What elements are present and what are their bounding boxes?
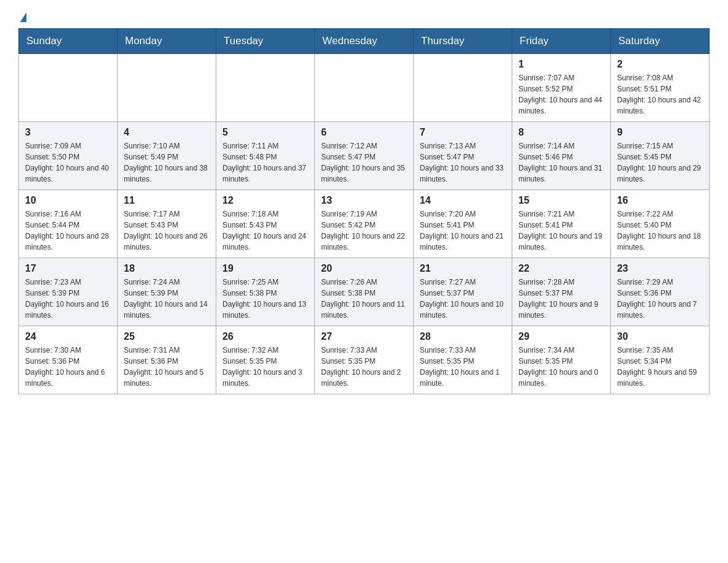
calendar-cell: 13Sunrise: 7:19 AM Sunset: 5:42 PM Dayli…: [315, 190, 414, 258]
day-info: Sunrise: 7:16 AM Sunset: 5:44 PM Dayligh…: [25, 209, 111, 253]
calendar-cell: 16Sunrise: 7:22 AM Sunset: 5:40 PM Dayli…: [611, 190, 710, 258]
day-number: 26: [222, 331, 308, 342]
logo-triangle-icon: [20, 12, 26, 22]
day-number: 1: [518, 59, 604, 70]
day-info: Sunrise: 7:33 AM Sunset: 5:35 PM Dayligh…: [321, 345, 407, 389]
calendar-cell: [315, 54, 414, 122]
day-info: Sunrise: 7:09 AM Sunset: 5:50 PM Dayligh…: [25, 140, 111, 185]
day-number: 4: [124, 127, 210, 138]
calendar-cell: [414, 54, 512, 122]
day-number: 11: [124, 195, 210, 206]
calendar-cell: [118, 54, 216, 122]
day-info: Sunrise: 7:28 AM Sunset: 5:37 PM Dayligh…: [518, 277, 604, 321]
day-number: 24: [25, 331, 111, 342]
day-number: 8: [518, 127, 604, 138]
day-info: Sunrise: 7:23 AM Sunset: 5:39 PM Dayligh…: [25, 277, 111, 321]
day-number: 16: [617, 195, 703, 206]
weekday-header-thursday: Thursday: [414, 29, 512, 54]
day-number: 18: [124, 263, 210, 274]
day-info: Sunrise: 7:07 AM Sunset: 5:52 PM Dayligh…: [518, 72, 604, 117]
day-number: 10: [25, 195, 111, 206]
calendar-cell: 6Sunrise: 7:12 AM Sunset: 5:47 PM Daylig…: [315, 122, 414, 190]
day-info: Sunrise: 7:08 AM Sunset: 5:51 PM Dayligh…: [617, 72, 703, 117]
day-number: 19: [222, 263, 308, 274]
day-number: 5: [222, 127, 308, 138]
weekday-header-friday: Friday: [512, 29, 611, 54]
weekday-header-sunday: Sunday: [19, 29, 118, 54]
calendar-cell: 4Sunrise: 7:10 AM Sunset: 5:49 PM Daylig…: [118, 122, 216, 190]
day-number: 23: [617, 263, 703, 274]
day-number: 6: [321, 127, 407, 138]
day-info: Sunrise: 7:34 AM Sunset: 5:35 PM Dayligh…: [518, 345, 604, 389]
calendar-cell: 28Sunrise: 7:33 AM Sunset: 5:35 PM Dayli…: [414, 326, 512, 394]
calendar-cell: 3Sunrise: 7:09 AM Sunset: 5:50 PM Daylig…: [19, 122, 118, 190]
calendar-week-2: 3Sunrise: 7:09 AM Sunset: 5:50 PM Daylig…: [19, 122, 710, 190]
day-info: Sunrise: 7:20 AM Sunset: 5:41 PM Dayligh…: [420, 209, 506, 253]
calendar-cell: 18Sunrise: 7:24 AM Sunset: 5:39 PM Dayli…: [118, 258, 216, 326]
day-number: 22: [518, 263, 604, 274]
day-info: Sunrise: 7:12 AM Sunset: 5:47 PM Dayligh…: [321, 140, 407, 185]
calendar-cell: 1Sunrise: 7:07 AM Sunset: 5:52 PM Daylig…: [512, 54, 611, 122]
calendar-cell: 26Sunrise: 7:32 AM Sunset: 5:35 PM Dayli…: [216, 326, 315, 394]
day-info: Sunrise: 7:26 AM Sunset: 5:38 PM Dayligh…: [321, 277, 407, 321]
day-info: Sunrise: 7:11 AM Sunset: 5:48 PM Dayligh…: [222, 140, 308, 185]
day-info: Sunrise: 7:27 AM Sunset: 5:37 PM Dayligh…: [420, 277, 506, 321]
day-info: Sunrise: 7:29 AM Sunset: 5:36 PM Dayligh…: [617, 277, 703, 321]
day-info: Sunrise: 7:32 AM Sunset: 5:35 PM Dayligh…: [222, 345, 308, 389]
day-number: 7: [420, 127, 506, 138]
calendar-cell: 24Sunrise: 7:30 AM Sunset: 5:36 PM Dayli…: [19, 326, 118, 394]
day-info: Sunrise: 7:25 AM Sunset: 5:38 PM Dayligh…: [222, 277, 308, 321]
day-info: Sunrise: 7:24 AM Sunset: 5:39 PM Dayligh…: [124, 277, 210, 321]
calendar-cell: 25Sunrise: 7:31 AM Sunset: 5:36 PM Dayli…: [118, 326, 216, 394]
day-info: Sunrise: 7:10 AM Sunset: 5:49 PM Dayligh…: [124, 140, 210, 185]
day-info: Sunrise: 7:14 AM Sunset: 5:46 PM Dayligh…: [518, 140, 604, 185]
calendar-cell: 21Sunrise: 7:27 AM Sunset: 5:37 PM Dayli…: [414, 258, 512, 326]
calendar-cell: 23Sunrise: 7:29 AM Sunset: 5:36 PM Dayli…: [611, 258, 710, 326]
day-number: 2: [617, 59, 703, 70]
day-info: Sunrise: 7:17 AM Sunset: 5:43 PM Dayligh…: [124, 209, 210, 253]
day-number: 3: [25, 127, 111, 138]
calendar-cell: 20Sunrise: 7:26 AM Sunset: 5:38 PM Dayli…: [315, 258, 414, 326]
calendar-week-4: 17Sunrise: 7:23 AM Sunset: 5:39 PM Dayli…: [19, 258, 710, 326]
calendar-cell: 19Sunrise: 7:25 AM Sunset: 5:38 PM Dayli…: [216, 258, 315, 326]
weekday-header-saturday: Saturday: [611, 29, 710, 54]
day-info: Sunrise: 7:31 AM Sunset: 5:36 PM Dayligh…: [124, 345, 210, 389]
calendar-cell: 22Sunrise: 7:28 AM Sunset: 5:37 PM Dayli…: [512, 258, 611, 326]
calendar-cell: 5Sunrise: 7:11 AM Sunset: 5:48 PM Daylig…: [216, 122, 315, 190]
day-number: 14: [420, 195, 506, 206]
calendar-cell: 7Sunrise: 7:13 AM Sunset: 5:47 PM Daylig…: [414, 122, 512, 190]
calendar-week-3: 10Sunrise: 7:16 AM Sunset: 5:44 PM Dayli…: [19, 190, 710, 258]
day-number: 30: [617, 331, 703, 342]
calendar-cell: 29Sunrise: 7:34 AM Sunset: 5:35 PM Dayli…: [512, 326, 611, 394]
day-info: Sunrise: 7:19 AM Sunset: 5:42 PM Dayligh…: [321, 209, 407, 253]
calendar-cell: 30Sunrise: 7:35 AM Sunset: 5:34 PM Dayli…: [611, 326, 710, 394]
calendar-week-5: 24Sunrise: 7:30 AM Sunset: 5:36 PM Dayli…: [19, 326, 710, 394]
weekday-header-wednesday: Wednesday: [315, 29, 414, 54]
day-number: 21: [420, 263, 506, 274]
calendar-table: SundayMondayTuesdayWednesdayThursdayFrid…: [18, 28, 710, 394]
weekday-header-tuesday: Tuesday: [216, 29, 315, 54]
day-info: Sunrise: 7:33 AM Sunset: 5:35 PM Dayligh…: [420, 345, 506, 389]
calendar-cell: 14Sunrise: 7:20 AM Sunset: 5:41 PM Dayli…: [414, 190, 512, 258]
day-number: 17: [25, 263, 111, 274]
day-info: Sunrise: 7:22 AM Sunset: 5:40 PM Dayligh…: [617, 209, 703, 253]
calendar-week-1: 1Sunrise: 7:07 AM Sunset: 5:52 PM Daylig…: [19, 54, 710, 122]
day-info: Sunrise: 7:13 AM Sunset: 5:47 PM Dayligh…: [420, 140, 506, 185]
day-info: Sunrise: 7:18 AM Sunset: 5:43 PM Dayligh…: [222, 209, 308, 253]
weekday-header-monday: Monday: [118, 29, 216, 54]
day-number: 20: [321, 263, 407, 274]
day-info: Sunrise: 7:21 AM Sunset: 5:41 PM Dayligh…: [518, 209, 604, 253]
calendar-cell: 8Sunrise: 7:14 AM Sunset: 5:46 PM Daylig…: [512, 122, 611, 190]
day-number: 28: [420, 331, 506, 342]
calendar-cell: 2Sunrise: 7:08 AM Sunset: 5:51 PM Daylig…: [611, 54, 710, 122]
calendar-cell: [216, 54, 315, 122]
day-info: Sunrise: 7:30 AM Sunset: 5:36 PM Dayligh…: [25, 345, 111, 389]
day-number: 9: [617, 127, 703, 138]
logo: [18, 12, 26, 22]
calendar-cell: 27Sunrise: 7:33 AM Sunset: 5:35 PM Dayli…: [315, 326, 414, 394]
page-header: [18, 12, 710, 22]
day-number: 15: [518, 195, 604, 206]
calendar-cell: 9Sunrise: 7:15 AM Sunset: 5:45 PM Daylig…: [611, 122, 710, 190]
calendar-cell: [19, 54, 118, 122]
calendar-cell: 17Sunrise: 7:23 AM Sunset: 5:39 PM Dayli…: [19, 258, 118, 326]
